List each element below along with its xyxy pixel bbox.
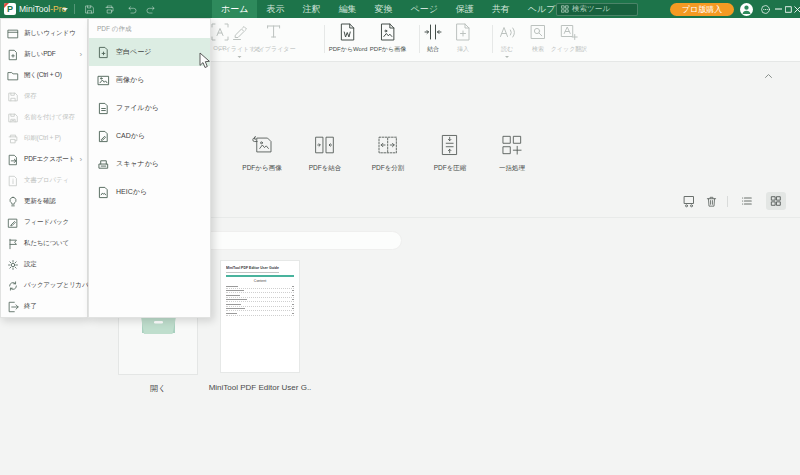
submenu-item-blank-page[interactable]: 空白ページ: [89, 38, 210, 66]
delete-icon[interactable]: [705, 195, 718, 208]
backup-icon: [7, 280, 19, 292]
open-from-device-icon[interactable]: [682, 194, 696, 208]
title-bar: P MiniTool-Pro ホーム 表示 注釈 編集 変換 ページ 保護 共有…: [0, 0, 800, 18]
doc-preview-teal-rule: [226, 275, 294, 277]
merge-pdf-icon: [312, 132, 338, 158]
menu-item-new-window[interactable]: 新しいウィンドウ: [1, 23, 87, 44]
title-bar-divider: [74, 4, 75, 14]
pdf-to-word-icon: [338, 22, 358, 42]
app-logo-icon: P: [4, 3, 16, 15]
menu-item-check-updates[interactable]: 更新を確認: [1, 191, 87, 212]
mouse-cursor: [199, 52, 212, 69]
upgrade-button[interactable]: プロ版購入: [670, 3, 734, 16]
doc-preview-subtitle-bar: [226, 272, 279, 273]
menu-item-pdf-export[interactable]: PDFエクスポート›: [1, 149, 87, 170]
quicktool-split-pdf[interactable]: PDFを分割: [372, 132, 405, 173]
tab-annotate[interactable]: 注釈: [293, 0, 329, 18]
grid-view-icon[interactable]: [766, 192, 786, 210]
menu-item-exit[interactable]: 終了: [1, 296, 87, 317]
save-icon[interactable]: [84, 4, 95, 15]
doc-properties-icon: [7, 175, 19, 187]
recent-document-thumbnail[interactable]: MiniTool PDF Editor User Guide Content: [220, 260, 300, 373]
submenu-item-from-image[interactable]: 画像から: [89, 66, 210, 94]
menu-item-save-as[interactable]: 名前を付けて保存: [1, 107, 87, 128]
tab-edit[interactable]: 編集: [329, 0, 365, 18]
new-pdf-icon: [7, 49, 19, 61]
quicktool-pdf-to-image[interactable]: PDFから画像: [242, 132, 281, 173]
quick-translate-icon: [559, 22, 579, 42]
ribbon-read-button[interactable]: 読む: [497, 22, 517, 58]
ribbon-divider: [419, 25, 420, 53]
about-icon: [7, 238, 19, 250]
ribbon-pdf-to-word-button[interactable]: PDFからWord: [329, 22, 368, 54]
ribbon-pdf-to-image-button[interactable]: PDFから画像: [370, 22, 406, 54]
compress-pdf-icon: [437, 132, 463, 158]
print-icon: [7, 133, 19, 145]
create-pdf-submenu: PDF の作成 空白ページ 画像から ファイルから CADから スキャナから H…: [88, 18, 211, 318]
split-pdf-icon: [375, 132, 401, 158]
doc-preview-title: MiniTool PDF Editor User Guide: [226, 266, 294, 270]
undo-icon[interactable]: [127, 4, 138, 15]
ribbon-search-button[interactable]: 検索: [528, 22, 548, 54]
submenu-item-from-scanner[interactable]: スキャナから: [89, 150, 210, 178]
typewriter-icon: [264, 22, 284, 42]
tab-page[interactable]: ページ: [401, 0, 446, 18]
submenu-item-from-cad[interactable]: CADから: [89, 122, 210, 150]
open-folder-icon: [7, 70, 19, 82]
menu-item-print[interactable]: 印刷(Ctrl + P): [1, 128, 87, 149]
close-button[interactable]: [794, 6, 800, 13]
menu-item-doc-properties[interactable]: 文書プロパティ: [1, 170, 87, 191]
minimize-button[interactable]: [775, 8, 782, 10]
print-icon[interactable]: [104, 4, 115, 15]
ribbon-merge-button[interactable]: 結合: [423, 22, 443, 54]
menu-item-new-pdf[interactable]: 新しいPDF›: [1, 44, 87, 65]
library-toolbar: [682, 192, 786, 210]
ribbon-quick-translate-button[interactable]: クイック翻訳: [551, 22, 588, 54]
app-menu-caret-icon[interactable]: [62, 8, 68, 11]
search-doc-icon: [528, 22, 548, 42]
batch-process-icon: [499, 132, 525, 158]
list-view-icon[interactable]: [737, 192, 757, 210]
quicktool-compress-pdf[interactable]: PDFを圧縮: [434, 132, 467, 173]
ribbon-typewriter-button[interactable]: タイプライター: [253, 22, 296, 54]
maximize-button[interactable]: [785, 6, 792, 13]
collapse-ribbon-icon[interactable]: [764, 73, 773, 79]
feedback-icon: [7, 217, 19, 229]
from-scanner-icon: [97, 158, 110, 171]
tab-convert[interactable]: 変換: [365, 0, 401, 18]
doc-toc-row: [226, 311, 294, 316]
highlighter-icon: [230, 22, 250, 42]
menu-item-backup-recovery[interactable]: バックアップとリカバリー: [1, 275, 87, 296]
tab-share[interactable]: 共有: [483, 0, 519, 18]
submenu-item-from-file[interactable]: ファイルから: [89, 94, 210, 122]
tools-grid-icon: [561, 5, 569, 13]
redo-icon[interactable]: [145, 4, 156, 15]
menu-item-feedback[interactable]: フィードバック: [1, 212, 87, 233]
tab-view[interactable]: 表示: [257, 0, 293, 18]
quicktool-batch-process[interactable]: 一括処理: [499, 132, 525, 173]
recent-document-caption: MiniTool PDF Editor User G..: [205, 383, 315, 392]
tab-protect[interactable]: 保護: [447, 0, 483, 18]
submenu-header: PDF の作成: [89, 19, 210, 38]
quicktool-merge-pdf[interactable]: PDFを結合: [309, 132, 342, 173]
search-tools-input[interactable]: 検索ツール: [556, 3, 638, 16]
menu-item-open[interactable]: 開く(Ctrl + O): [1, 65, 87, 86]
submenu-arrow-icon: ›: [80, 156, 82, 164]
open-file-label: 開く: [118, 383, 198, 394]
feedback-bubble-icon[interactable]: [760, 4, 771, 15]
dropdown-caret-icon: [238, 56, 242, 58]
menu-item-save[interactable]: 保存: [1, 86, 87, 107]
submenu-item-from-heic[interactable]: HEICから: [89, 178, 210, 206]
check-update-icon: [7, 196, 19, 208]
search-tools-placeholder: 検索ツール: [572, 4, 610, 14]
app-title: MiniTool-Pro: [19, 0, 66, 18]
menu-item-settings[interactable]: 設定: [1, 254, 87, 275]
menu-item-about-us[interactable]: 私たちについて: [1, 233, 87, 254]
minitool-pdf-editor-window: P MiniTool-Pro ホーム 表示 注釈 編集 変換 ページ 保護 共有…: [0, 0, 800, 475]
ribbon-insert-button[interactable]: 挿入: [453, 22, 473, 54]
account-avatar[interactable]: [740, 3, 753, 16]
blank-page-icon: [97, 46, 110, 59]
save-icon: [7, 91, 19, 103]
tab-home[interactable]: ホーム: [212, 0, 257, 18]
toolbar-divider: [727, 196, 728, 207]
